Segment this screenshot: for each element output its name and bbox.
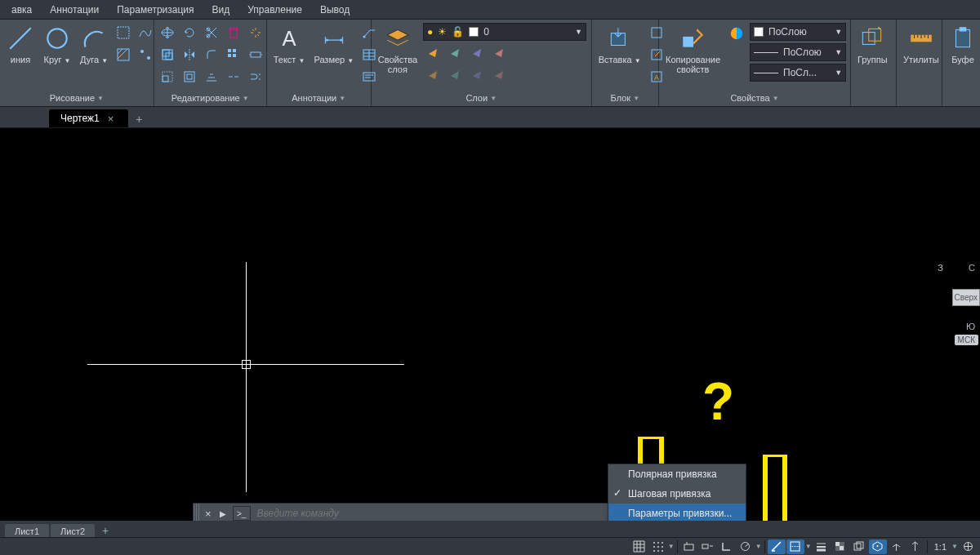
matchprops-button[interactable]: Копирование свойств bbox=[662, 23, 724, 76]
mirror-icon[interactable] bbox=[180, 45, 199, 64]
dropdown-icon[interactable]: ▼ bbox=[805, 539, 812, 554]
linetype-combo[interactable]: ПоСл...▼ bbox=[750, 64, 846, 82]
arc-button[interactable]: Дуга ▼ bbox=[77, 23, 111, 68]
polar-tracking-button[interactable] bbox=[737, 539, 755, 554]
layer-lock-icon[interactable] bbox=[467, 43, 487, 63]
osnap-tracking-button[interactable] bbox=[786, 539, 804, 554]
layer-off-icon[interactable] bbox=[423, 43, 443, 63]
isometric-button[interactable] bbox=[768, 539, 786, 554]
lineweight-button[interactable] bbox=[813, 539, 831, 554]
menu-item[interactable]: Управление bbox=[239, 2, 310, 18]
menu-step-snap[interactable]: ✓Шаговая привязка bbox=[608, 484, 746, 504]
svg-line-0 bbox=[10, 28, 31, 49]
menu-item[interactable]: Вид bbox=[204, 2, 238, 18]
crosshair-vertical bbox=[246, 262, 247, 492]
menu-polar-snap[interactable]: Полярная привязка bbox=[608, 464, 746, 484]
svg-point-58 bbox=[877, 545, 879, 547]
svg-point-48 bbox=[662, 550, 663, 552]
ortho-mode-button[interactable] bbox=[718, 539, 736, 554]
3d-osnap-button[interactable] bbox=[869, 539, 887, 554]
drawing-canvas[interactable]: ? С З Ю Сверх МСК bbox=[0, 128, 980, 525]
circle-button[interactable]: Круг ▼ bbox=[40, 23, 74, 68]
dynamic-input-button[interactable] bbox=[699, 539, 717, 554]
dimension-button[interactable]: Размер ▼ bbox=[310, 23, 357, 68]
infer-constraints-button[interactable] bbox=[680, 539, 698, 554]
svg-point-45 bbox=[662, 546, 663, 548]
svg-rect-55 bbox=[840, 546, 844, 550]
dropdown-icon[interactable]: ▼ bbox=[668, 539, 675, 554]
erase-icon[interactable] bbox=[224, 23, 243, 42]
panel-block: Вставка ▼ A Блок▼ bbox=[592, 20, 659, 106]
line-button[interactable]: иния bbox=[3, 23, 38, 66]
svg-point-7 bbox=[140, 50, 144, 53]
workspace-switch-button[interactable] bbox=[959, 539, 977, 554]
break-icon[interactable] bbox=[224, 67, 243, 87]
layer-unlock-icon[interactable] bbox=[467, 65, 487, 85]
svg-rect-57 bbox=[857, 542, 863, 548]
rotate-icon[interactable] bbox=[180, 23, 199, 42]
dynamic-ucs-button[interactable] bbox=[888, 539, 906, 554]
panel-utils: Утилиты bbox=[897, 20, 942, 106]
layer-on-icon[interactable] bbox=[423, 65, 443, 85]
layer-match-icon[interactable] bbox=[489, 65, 509, 85]
check-icon: ✓ bbox=[613, 487, 621, 499]
menu-item[interactable]: Аннотации bbox=[42, 2, 107, 18]
svg-line-6 bbox=[118, 49, 127, 59]
move-icon[interactable] bbox=[158, 23, 177, 42]
svg-rect-16 bbox=[233, 49, 236, 52]
polyline-icon[interactable] bbox=[114, 23, 133, 42]
join-icon[interactable] bbox=[246, 67, 265, 87]
selection-cycling-button[interactable] bbox=[850, 539, 868, 554]
insert-button[interactable]: Вставка ▼ bbox=[595, 23, 644, 68]
group-button[interactable]: Группы bbox=[854, 23, 891, 66]
layer-thaw-icon[interactable] bbox=[445, 65, 465, 85]
scale-icon[interactable] bbox=[158, 67, 177, 87]
measure-button[interactable]: Утилиты bbox=[900, 23, 942, 66]
viewcube[interactable]: С З Ю Сверх МСК bbox=[931, 263, 980, 336]
snap-mode-button[interactable] bbox=[649, 539, 667, 554]
dropdown-icon[interactable]: ▼ bbox=[755, 539, 762, 554]
document-tab[interactable]: Чертеж1× bbox=[49, 109, 128, 127]
transparency-button[interactable] bbox=[831, 539, 849, 554]
grid-display-button[interactable] bbox=[630, 539, 648, 554]
align-icon[interactable] bbox=[202, 67, 221, 87]
ribbon: иния Круг ▼ Дуга ▼ Рисование▼ bbox=[0, 20, 980, 107]
fillet-icon[interactable] bbox=[202, 45, 221, 64]
chevron-right-icon[interactable]: ▶ bbox=[216, 509, 229, 518]
copy-icon[interactable] bbox=[158, 45, 177, 64]
trim-icon[interactable] bbox=[202, 23, 221, 42]
hatch-icon[interactable] bbox=[114, 45, 133, 64]
offset-icon[interactable] bbox=[180, 67, 199, 87]
menu-item[interactable]: авка bbox=[3, 2, 40, 18]
menu-bar: авка Аннотации Параметризация Вид Управл… bbox=[0, 0, 980, 20]
svg-point-1 bbox=[47, 29, 66, 47]
close-icon[interactable]: × bbox=[200, 508, 216, 520]
new-tab-button[interactable]: + bbox=[130, 111, 148, 127]
layer-combo[interactable]: ●☀🔓 0 ▼ bbox=[423, 23, 586, 41]
layer-freeze-icon[interactable] bbox=[445, 43, 465, 63]
spline-icon[interactable] bbox=[136, 23, 155, 42]
color-combo[interactable]: ПоСлою▼ bbox=[750, 23, 846, 41]
close-icon[interactable]: × bbox=[108, 113, 114, 125]
dropdown-icon[interactable]: ▼ bbox=[951, 539, 958, 554]
svg-rect-17 bbox=[228, 54, 231, 57]
add-layout-button[interactable]: + bbox=[96, 522, 114, 539]
menu-item[interactable]: Вывод bbox=[312, 2, 358, 18]
clipboard-button[interactable]: Буфе bbox=[946, 23, 980, 66]
svg-rect-19 bbox=[251, 52, 261, 57]
stretch-icon[interactable] bbox=[246, 45, 265, 64]
svg-rect-20 bbox=[163, 76, 168, 82]
point-icon[interactable] bbox=[136, 45, 155, 64]
text-button[interactable]: A Текст ▼ bbox=[270, 23, 309, 68]
lineweight-combo[interactable]: ПоСлою▼ bbox=[750, 43, 846, 61]
wcs-badge[interactable]: МСК bbox=[955, 335, 978, 345]
layer-properties-button[interactable]: Свойства слоя bbox=[375, 23, 421, 76]
layer-iso-icon[interactable] bbox=[489, 43, 509, 63]
svg-rect-50 bbox=[702, 544, 708, 548]
array-icon[interactable] bbox=[224, 45, 243, 64]
annotation-scale-button[interactable]: 1:1 bbox=[930, 539, 951, 554]
selection-filter-button[interactable] bbox=[906, 539, 924, 554]
menu-item[interactable]: Параметризация bbox=[109, 2, 202, 18]
color-wheel-icon[interactable] bbox=[726, 23, 747, 44]
explode-icon[interactable] bbox=[246, 23, 265, 42]
